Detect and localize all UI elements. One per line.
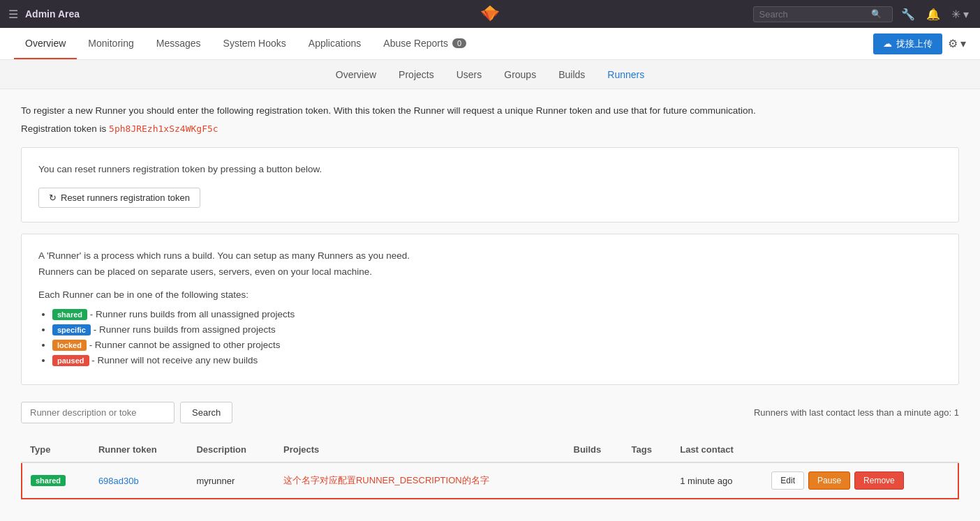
col-type: Type bbox=[22, 437, 90, 462]
reset-token-button[interactable]: ↻ Reset runners registration token bbox=[38, 188, 200, 208]
action-buttons: Edit Pause Remove bbox=[771, 471, 949, 490]
runner-chinese-note: 这个名字对应配置RUNNER_DESCRIPTION的名字 bbox=[283, 475, 489, 485]
nav-tab-abuse-reports[interactable]: Abuse Reports 0 bbox=[372, 28, 477, 59]
row-tags bbox=[623, 462, 672, 499]
token-label: Registration token is bbox=[21, 123, 106, 134]
info-line3: Each Runner can be in one of the followi… bbox=[38, 287, 942, 303]
wrench-icon[interactable]: 🔧 bbox=[898, 5, 918, 24]
runner-type-badge: shared bbox=[31, 475, 66, 486]
badge-specific: specific bbox=[52, 324, 91, 335]
subnav-builds[interactable]: Builds bbox=[547, 60, 596, 89]
register-info-text: To register a new Runner you should ente… bbox=[21, 103, 959, 119]
list-item: shared - Runner runs builds from all una… bbox=[52, 309, 942, 320]
search-box[interactable]: 🔍 bbox=[753, 6, 893, 22]
nav-tab-monitoring[interactable]: Monitoring bbox=[77, 28, 144, 59]
runners-table: Type Runner token Description Projects B… bbox=[21, 437, 959, 499]
reset-icon: ↻ bbox=[49, 192, 57, 203]
registration-token: 5ph8JREzh1xSz4WKgF5c bbox=[109, 123, 218, 134]
runner-search-button[interactable]: Search bbox=[180, 402, 232, 423]
col-actions bbox=[763, 437, 958, 462]
list-item: locked - Runner cannot be assigned to ot… bbox=[52, 340, 942, 351]
runner-states-list: shared - Runner runs builds from all una… bbox=[52, 309, 942, 366]
user-menu-icon[interactable]: ✳ ▾ bbox=[949, 5, 972, 24]
search-icon: 🔍 bbox=[871, 9, 882, 19]
info-box: A 'Runner' is a process which runs a bui… bbox=[21, 234, 959, 385]
table-row: shared 698ad30b myrunner 这个名字对应配置RUNNER_… bbox=[22, 462, 958, 499]
table-body: shared 698ad30b myrunner 这个名字对应配置RUNNER_… bbox=[22, 462, 958, 499]
row-last-contact: 1 minute ago bbox=[671, 462, 763, 499]
second-nav-right: ☁ 拢接上传 ⚙ ▾ bbox=[873, 28, 966, 59]
subnav-runners[interactable]: Runners bbox=[596, 60, 655, 89]
col-tags: Tags bbox=[623, 437, 672, 462]
pause-button[interactable]: Pause bbox=[808, 471, 850, 490]
token-info-line: Registration token is 5ph8JREzh1xSz4WKgF… bbox=[21, 121, 959, 137]
row-projects: 这个名字对应配置RUNNER_DESCRIPTION的名字 bbox=[275, 462, 565, 499]
subnav-projects[interactable]: Projects bbox=[387, 60, 445, 89]
row-description: myrunner bbox=[188, 462, 275, 499]
badge-shared: shared bbox=[52, 309, 87, 320]
runner-search-bar: Search Runners with last contact less th… bbox=[21, 402, 959, 423]
upload-button[interactable]: ☁ 拢接上传 bbox=[873, 33, 942, 54]
col-description: Description bbox=[188, 437, 275, 462]
subnav-groups[interactable]: Groups bbox=[493, 60, 547, 89]
settings-icon[interactable]: ⚙ ▾ bbox=[948, 37, 966, 50]
reset-description: You can reset runners registration token… bbox=[38, 162, 942, 178]
runner-token-link[interactable]: 698ad30b bbox=[98, 476, 139, 486]
col-builds: Builds bbox=[565, 437, 623, 462]
nav-tab-messages[interactable]: Messages bbox=[145, 28, 212, 59]
remove-button[interactable]: Remove bbox=[854, 471, 904, 490]
info-line2: Runners can be placed on separate users,… bbox=[38, 264, 942, 280]
second-nav: Overview Monitoring Messages System Hook… bbox=[0, 28, 980, 60]
info-line1: A 'Runner' is a process which runs a bui… bbox=[38, 248, 942, 264]
sub-nav: Overview Projects Users Groups Builds Ru… bbox=[0, 60, 980, 89]
admin-area-label: Admin Area bbox=[25, 8, 80, 20]
subnav-overview[interactable]: Overview bbox=[325, 60, 387, 89]
col-projects: Projects bbox=[275, 437, 565, 462]
top-nav: ☰ Admin Area 🔍 🔧 🔔 ✳ ▾ bbox=[0, 0, 980, 28]
logo bbox=[480, 3, 500, 25]
reset-btn-label: Reset runners registration token bbox=[61, 192, 190, 203]
row-type: shared bbox=[22, 462, 90, 499]
search-input[interactable] bbox=[759, 9, 871, 20]
row-builds bbox=[565, 462, 623, 499]
top-nav-right: 🔍 🔧 🔔 ✳ ▾ bbox=[753, 5, 972, 24]
col-last-contact: Last contact bbox=[671, 437, 763, 462]
subnav-users[interactable]: Users bbox=[445, 60, 493, 89]
hamburger-icon[interactable]: ☰ bbox=[8, 8, 18, 21]
badge-paused: paused bbox=[52, 355, 89, 366]
list-item: specific - Runner runs builds from assig… bbox=[52, 324, 942, 335]
row-token: 698ad30b bbox=[90, 462, 188, 499]
runners-count-text: Runners with last contact less than a mi… bbox=[754, 407, 959, 418]
abuse-reports-badge: 0 bbox=[452, 38, 466, 48]
col-token: Runner token bbox=[90, 437, 188, 462]
upload-icon: ☁ bbox=[883, 38, 892, 49]
nav-tab-overview[interactable]: Overview bbox=[14, 28, 77, 59]
list-item: paused - Runner will not receive any new… bbox=[52, 355, 942, 366]
runner-search-input[interactable] bbox=[21, 402, 175, 423]
nav-tab-system-hooks[interactable]: System Hooks bbox=[212, 28, 297, 59]
main-content: To register a new Runner you should ente… bbox=[0, 89, 980, 513]
edit-button[interactable]: Edit bbox=[771, 471, 804, 490]
row-actions: Edit Pause Remove bbox=[763, 462, 958, 499]
bell-icon[interactable]: 🔔 bbox=[923, 5, 943, 24]
reset-box: You can reset runners registration token… bbox=[21, 147, 959, 222]
badge-locked: locked bbox=[52, 340, 87, 351]
table-header: Type Runner token Description Projects B… bbox=[22, 437, 958, 462]
nav-tab-applications[interactable]: Applications bbox=[297, 28, 373, 59]
